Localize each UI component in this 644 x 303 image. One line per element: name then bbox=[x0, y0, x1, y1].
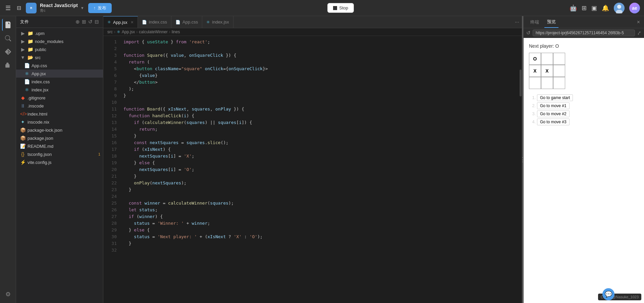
tree-item-index-css[interactable]: 📄 index.css bbox=[16, 78, 103, 86]
tic-tac-board: O X X bbox=[529, 53, 639, 89]
preview-header: 终端 预览 × bbox=[524, 16, 644, 28]
bell-icon[interactable]: 🔔 bbox=[602, 4, 609, 12]
breadcrumb-lines[interactable]: lines bbox=[172, 30, 180, 34]
chat-bubble[interactable]: 💬 bbox=[602, 288, 614, 300]
sidebar-toggle-icon[interactable]: ⊟ bbox=[15, 3, 22, 12]
open-external-button[interactable]: ⤤ bbox=[637, 30, 641, 36]
preview-toolbar: ↺ https://project-iprj645626712571146454… bbox=[524, 28, 644, 38]
svg-text:R: R bbox=[30, 6, 32, 10]
reload-button[interactable]: ↺ bbox=[526, 30, 531, 36]
breadcrumb-app-jsx[interactable]: App.jsx bbox=[122, 30, 135, 34]
cell-1-2[interactable] bbox=[553, 65, 565, 77]
breadcrumb: src › ⚛ App.jsx › calculateWinner › line… bbox=[103, 28, 522, 36]
search-icon[interactable] bbox=[2, 32, 14, 44]
robot-icon[interactable]: 🤖 bbox=[570, 4, 577, 12]
tree-item-package-json[interactable]: 📦 package.json bbox=[16, 134, 103, 142]
tree-item-app-jsx[interactable]: ⚛ App.jsx bbox=[16, 70, 103, 78]
line-numbers: 12345 678910 1112131415 1617181920 21222… bbox=[103, 36, 119, 303]
topbar: ☰ ⊟ R React JavaScript 青c ▾ ↑ 发布 Stop 🤖 … bbox=[0, 0, 644, 16]
tab-app-jsx[interactable]: ⚛ App.jsx × bbox=[103, 16, 138, 28]
dropdown-button[interactable]: ▾ bbox=[81, 5, 84, 10]
new-folder-icon[interactable]: ⊞ bbox=[82, 19, 86, 25]
sidebar-title: 文件 bbox=[20, 19, 29, 25]
scrollbar-vertical[interactable] bbox=[519, 36, 522, 303]
tree-item-app-css[interactable]: 📄 App.css bbox=[16, 61, 103, 70]
tree-item-public[interactable]: ▶ 📁 public bbox=[16, 45, 103, 53]
new-file-icon[interactable]: ⊕ bbox=[75, 19, 80, 25]
css-icon-2: 📄 bbox=[175, 20, 180, 25]
settings-icon[interactable]: ⚙ bbox=[2, 288, 14, 300]
layout-icon[interactable]: ▣ bbox=[591, 4, 597, 12]
refresh-icon[interactable]: ↺ bbox=[88, 19, 93, 25]
move-button-3[interactable]: Go to move #3 bbox=[537, 119, 570, 125]
tree-item-readme[interactable]: 📝 README.md bbox=[16, 142, 103, 150]
tree-item-gitignore[interactable]: ◆ .gitignore bbox=[16, 94, 103, 102]
game-moves: Go to game start Go to move #1 Go to mov… bbox=[529, 94, 639, 125]
tree-item-vite-config[interactable]: ⚡ vite.config.js bbox=[16, 158, 103, 166]
breadcrumb-calculate-winner[interactable]: calculateWinner bbox=[139, 30, 167, 34]
board-row-2: X X bbox=[529, 65, 639, 77]
jsx-icon: ⚛ bbox=[107, 20, 111, 25]
tab-index-css[interactable]: 📄 index.css bbox=[138, 16, 171, 28]
hamburger-menu-icon[interactable]: ☰ bbox=[4, 3, 12, 13]
tab-app-css[interactable]: 📄 App.css bbox=[171, 16, 202, 28]
cell-2-1[interactable] bbox=[541, 77, 553, 89]
tree-item-inscode[interactable]: ⁞⁞ .inscode bbox=[16, 102, 103, 110]
move-button-0[interactable]: Go to game start bbox=[537, 94, 573, 101]
sidebar-actions: ⊕ ⊞ ↺ ⊟ bbox=[75, 19, 99, 25]
cell-0-2[interactable] bbox=[553, 53, 565, 65]
cell-1-0[interactable]: X bbox=[529, 65, 541, 77]
cell-1-1[interactable]: X bbox=[541, 65, 553, 77]
tree-item-inscode-nix[interactable]: ✦ inscode.nix bbox=[16, 118, 103, 126]
avatar-1[interactable] bbox=[614, 3, 625, 13]
cell-2-0[interactable] bbox=[529, 77, 541, 89]
tab-index-jsx[interactable]: ⚛ index.jsx bbox=[202, 16, 233, 28]
preview-close-button[interactable]: × bbox=[637, 19, 640, 25]
upload-icon: ↑ bbox=[94, 5, 96, 10]
breadcrumb-src[interactable]: src bbox=[107, 30, 113, 34]
jsx-icon-2: ⚛ bbox=[206, 20, 210, 25]
explorer-icon[interactable] bbox=[2, 19, 14, 31]
tab-close-app-jsx[interactable]: × bbox=[131, 19, 133, 25]
app-icon: R bbox=[26, 3, 37, 13]
sidebar-header: 文件 ⊕ ⊞ ↺ ⊟ bbox=[16, 16, 103, 28]
activity-bar: ⚙ bbox=[0, 16, 16, 303]
tab-terminal[interactable]: 终端 bbox=[528, 16, 542, 28]
tree-item-package-lock[interactable]: 📦 package-lock.json bbox=[16, 126, 103, 134]
collapse-icon[interactable]: ⊟ bbox=[95, 19, 99, 25]
tab-preview[interactable]: 预览 bbox=[544, 16, 558, 28]
cell-0-0[interactable]: O bbox=[529, 53, 541, 65]
avatar-2[interactable]: ae bbox=[629, 3, 640, 13]
extensions-icon[interactable] bbox=[2, 59, 14, 71]
move-button-1[interactable]: Go to move #1 bbox=[537, 102, 570, 109]
main-layout: ⚙ 文件 ⊕ ⊞ ↺ ⊟ ▶ 📁 .upm ▶ 📁 node_modules bbox=[0, 16, 644, 303]
publish-button[interactable]: ↑ 发布 bbox=[88, 3, 112, 13]
code-content[interactable]: import { useState } from 'react'; functi… bbox=[119, 36, 519, 303]
code-editor: 12345 678910 1112131415 1617181920 21222… bbox=[103, 36, 522, 303]
board-row-1: O bbox=[529, 53, 639, 65]
tree-item-tsconfig[interactable]: {} tsconfig.json 1 bbox=[16, 150, 103, 158]
move-item-0: Go to game start bbox=[537, 94, 639, 101]
grid-icon[interactable]: ⊞ bbox=[582, 4, 587, 12]
tree-item-node-modules[interactable]: ▶ 📁 node_modules bbox=[16, 37, 103, 45]
sidebar: 文件 ⊕ ⊞ ↺ ⊟ ▶ 📁 .upm ▶ 📁 node_modules bbox=[16, 16, 103, 303]
tabs-more-button[interactable]: ··· bbox=[512, 19, 522, 25]
right-icons: 🤖 ⊞ ▣ 🔔 ae bbox=[570, 3, 640, 13]
css-icon-1: 📄 bbox=[142, 20, 147, 25]
tree-item-upm[interactable]: ▶ 📁 .upm bbox=[16, 29, 103, 37]
git-icon[interactable] bbox=[2, 46, 14, 58]
tree-item-index-jsx[interactable]: ⚛ index.jsx bbox=[16, 86, 103, 94]
preview-panel: 终端 预览 × ↺ https://project-iprj6456267125… bbox=[523, 16, 644, 303]
svg-point-3 bbox=[617, 5, 621, 9]
app-title: React JavaScript 青c bbox=[40, 3, 78, 13]
resize-handle[interactable] bbox=[522, 16, 523, 303]
move-button-2[interactable]: Go to move #2 bbox=[537, 111, 570, 117]
tree-item-src[interactable]: ▼ 📂 src bbox=[16, 53, 103, 61]
preview-url-bar[interactable]: https://project-iprj645626712571146454 2… bbox=[533, 30, 635, 36]
cell-2-2[interactable] bbox=[553, 77, 565, 89]
tree-item-index-html[interactable]: </> index.html bbox=[16, 110, 103, 118]
cell-0-1[interactable] bbox=[541, 53, 553, 65]
game-title: Next player: O bbox=[529, 43, 639, 49]
editor-area: ⚛ App.jsx × 📄 index.css 📄 App.css ⚛ inde… bbox=[103, 16, 522, 303]
stop-button[interactable]: Stop bbox=[327, 3, 354, 13]
